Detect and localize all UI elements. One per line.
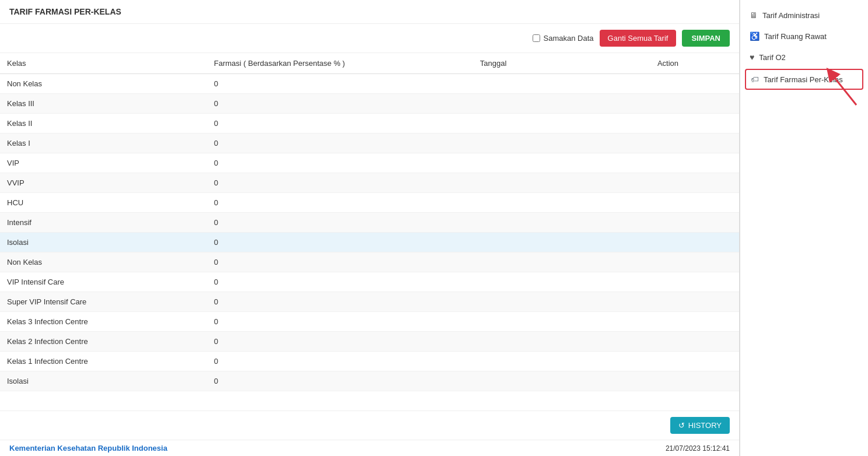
cell-action (650, 252, 739, 272)
cell-kelas: Kelas 1 Infection Centre (0, 352, 207, 371)
cell-kelas: VVIP (0, 173, 207, 193)
cell-action (650, 332, 739, 352)
samakan-checkbox-label[interactable]: Samakan Data (533, 34, 594, 43)
cell-action (650, 94, 739, 114)
cell-action (650, 173, 739, 193)
cell-farmasi: 0 (207, 272, 473, 292)
cell-action (650, 193, 739, 213)
table-row: Isolasi0 (0, 371, 739, 391)
cell-kelas: VIP (0, 153, 207, 173)
sidebar-icon-3: 🏷 (751, 75, 759, 84)
cell-action (650, 292, 739, 312)
cell-action (650, 114, 739, 134)
cell-kelas: VIP Intensif Care (0, 272, 207, 292)
sidebar-label-1: Tarif Ruang Rawat (764, 32, 827, 41)
header-kelas: Kelas (0, 53, 207, 74)
cell-kelas: Intensif (0, 213, 207, 233)
table-header-row: Kelas Farmasi ( Berdasarkan Persentase %… (0, 53, 739, 74)
sidebar-icon-0: 🖥 (750, 10, 758, 20)
cell-kelas: Kelas 3 Infection Centre (0, 312, 207, 332)
header-farmasi: Farmasi ( Berdasarkan Persentase % ) (207, 53, 473, 74)
table-row: VIP0 (0, 153, 739, 173)
cell-tanggal (473, 94, 650, 114)
footer-right: 21/07/2023 15:12:41 (666, 444, 730, 453)
footer-bar: Kementerian Kesehatan Republik Indonesia… (0, 440, 739, 456)
cell-farmasi: 0 (207, 213, 473, 233)
table-row: VVIP0 (0, 173, 739, 193)
sidebar-item-1[interactable]: ♿Tarif Ruang Rawat (740, 26, 868, 47)
cell-farmasi: 0 (207, 352, 473, 371)
table-row: HCU0 (0, 193, 739, 213)
history-icon: ↺ (678, 421, 685, 430)
samakan-label-text: Samakan Data (544, 34, 594, 43)
table-row: VIP Intensif Care0 (0, 272, 739, 292)
cell-action (650, 213, 739, 233)
header-action: Action (650, 53, 739, 74)
cell-tanggal (473, 153, 650, 173)
sidebar-icon-2: ♥ (750, 52, 754, 62)
cell-action (650, 371, 739, 391)
table-row: Kelas III0 (0, 94, 739, 114)
cell-tanggal (473, 233, 650, 252)
cell-kelas: Super VIP Intensif Care (0, 292, 207, 312)
cell-tanggal (473, 332, 650, 352)
bottom-bar: ↺ HISTORY (0, 411, 739, 440)
cell-tanggal (473, 252, 650, 272)
cell-kelas: HCU (0, 193, 207, 213)
cell-action (650, 134, 739, 153)
sidebar-label-2: Tarif O2 (759, 53, 786, 62)
cell-farmasi: 0 (207, 371, 473, 391)
cell-farmasi: 0 (207, 332, 473, 352)
cell-tanggal (473, 292, 650, 312)
cell-farmasi: 0 (207, 153, 473, 173)
cell-farmasi: 0 (207, 114, 473, 134)
cell-farmasi: 0 (207, 173, 473, 193)
cell-action (650, 272, 739, 292)
cell-tanggal (473, 193, 650, 213)
ganti-semua-tarif-button[interactable]: Ganti Semua Tarif (600, 30, 677, 47)
sidebar-icon-1: ♿ (750, 31, 760, 41)
cell-tanggal (473, 213, 650, 233)
sidebar-label-0: Tarif Administrasi (762, 11, 820, 20)
cell-action (650, 153, 739, 173)
cell-kelas: Kelas 2 Infection Centre (0, 332, 207, 352)
table-row: Kelas 1 Infection Centre0 (0, 352, 739, 371)
table-container: Kelas Farmasi ( Berdasarkan Persentase %… (0, 53, 739, 411)
cell-action (650, 312, 739, 332)
cell-tanggal (473, 312, 650, 332)
cell-farmasi: 0 (207, 74, 473, 94)
cell-farmasi: 0 (207, 134, 473, 153)
cell-kelas: Kelas III (0, 94, 207, 114)
cell-kelas: Isolasi (0, 233, 207, 252)
cell-tanggal (473, 134, 650, 153)
cell-action (650, 74, 739, 94)
cell-farmasi: 0 (207, 312, 473, 332)
table-row: Kelas 2 Infection Centre0 (0, 332, 739, 352)
cell-farmasi: 0 (207, 252, 473, 272)
cell-tanggal (473, 371, 650, 391)
sidebar-item-0[interactable]: 🖥Tarif Administrasi (740, 5, 868, 26)
footer-left: Kementerian Kesehatan Republik Indonesia (9, 444, 167, 453)
header-tanggal: Tanggal (473, 53, 650, 74)
samakan-checkbox[interactable] (533, 34, 540, 42)
cell-farmasi: 0 (207, 193, 473, 213)
table-row: Kelas I0 (0, 134, 739, 153)
history-button[interactable]: ↺ HISTORY (670, 417, 730, 434)
sidebar: 🖥Tarif Administrasi♿Tarif Ruang Rawat♥Ta… (740, 0, 868, 456)
table-row: Kelas II0 (0, 114, 739, 134)
cell-farmasi: 0 (207, 292, 473, 312)
table-body: Non Kelas0Kelas III0Kelas II0Kelas I0VIP… (0, 74, 739, 391)
table-row: Super VIP Intensif Care0 (0, 292, 739, 312)
history-label: HISTORY (688, 421, 722, 430)
cell-tanggal (473, 272, 650, 292)
sidebar-item-2[interactable]: ♥Tarif O2 (740, 47, 868, 68)
cell-tanggal (473, 74, 650, 94)
simpan-button[interactable]: SIMPAN (682, 30, 730, 47)
cell-farmasi: 0 (207, 233, 473, 252)
table-row: Kelas 3 Infection Centre0 (0, 312, 739, 332)
cell-kelas: Isolasi (0, 371, 207, 391)
cell-action (650, 233, 739, 252)
table-row: Non Kelas0 (0, 252, 739, 272)
cell-action (650, 352, 739, 371)
sidebar-item-3[interactable]: 🏷Tarif Farmasi Per-Kelas (745, 69, 863, 90)
